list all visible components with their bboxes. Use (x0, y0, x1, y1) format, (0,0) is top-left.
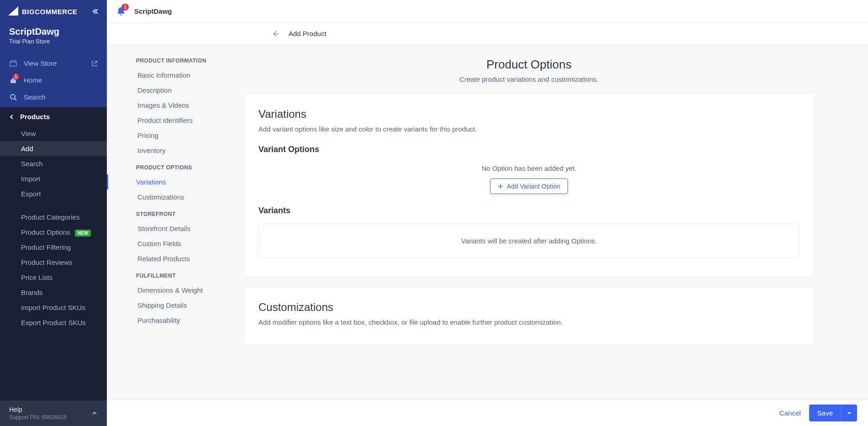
section-title-label: Products (20, 113, 50, 121)
content-area: Product Options Create product variation… (240, 45, 868, 426)
variants-heading: Variants (258, 206, 800, 216)
customizations-desc: Add modifier options like a text box, ch… (258, 318, 800, 326)
bell-badge: 1 (121, 4, 129, 11)
nav-home-label: Home (24, 76, 42, 84)
subnav-product-options[interactable]: Product Options NEW (0, 225, 107, 240)
svg-rect-0 (10, 62, 16, 66)
sidebar: BIGCOMMERCE ScriptDawg Trial Plan Store … (0, 0, 107, 426)
secnav-images-videos[interactable]: Images & Videos (107, 98, 240, 113)
secnav-inventory[interactable]: Inventory (107, 143, 240, 158)
footer-bar: Cancel Save (107, 400, 868, 426)
secnav-group-storefront: STOREFRONT (107, 209, 240, 221)
help-pin: Support PIN: 69826818 (9, 414, 66, 421)
secnav-group-product-info: PRODUCT INFORMATION (107, 56, 240, 68)
secnav-dimensions[interactable]: Dimensions & Weight (107, 283, 240, 298)
subnav-add[interactable]: Add (0, 141, 107, 156)
subnav-export[interactable]: Export (0, 186, 107, 201)
nav-home[interactable]: 1 Home (0, 72, 107, 89)
variations-card: Variations Add variant options like size… (245, 94, 813, 276)
new-badge: NEW (75, 230, 91, 237)
variations-heading: Variations (258, 108, 800, 121)
chevron-up-icon (91, 410, 98, 416)
back-button[interactable] (271, 30, 279, 38)
store-info: ScriptDawg Trial Plan Store (0, 23, 107, 53)
nav-search-label: Search (24, 93, 46, 101)
external-link-icon (91, 60, 98, 67)
save-dropdown-toggle[interactable] (841, 405, 857, 421)
secnav-group-product-options: PRODUCT OPTIONS (107, 163, 240, 174)
add-variant-option-button[interactable]: Add Variant Option (490, 179, 568, 194)
secnav-custom-fields[interactable]: Custom Fields (107, 236, 240, 251)
svg-point-1 (11, 95, 15, 99)
help-footer[interactable]: Help Support PIN: 69826818 (0, 400, 107, 426)
secnav-related-products[interactable]: Related Products (107, 251, 240, 266)
page-subtitle: Create product variations and customizat… (245, 75, 813, 83)
section-products[interactable]: Products (0, 107, 107, 126)
variant-options-heading: Variant Options (258, 145, 800, 154)
subnav-product-filtering[interactable]: Product Filtering (0, 240, 107, 255)
arrow-left-icon (271, 30, 279, 38)
secnav-customizations[interactable]: Customizations (107, 189, 240, 205)
search-icon (9, 94, 17, 101)
subheader: Add Product (107, 23, 868, 45)
home-badge: 1 (13, 74, 19, 80)
subnav-search[interactable]: Search (0, 156, 107, 171)
customizations-card: Customizations Add modifier options like… (245, 287, 813, 344)
variations-desc: Add variant options like size and color … (258, 125, 800, 133)
plus-icon (498, 184, 503, 189)
subnav-export-skus[interactable]: Export Product SKUs (0, 315, 107, 330)
secnav-pricing[interactable]: Pricing (107, 128, 240, 143)
secnav-variations[interactable]: Variations (107, 174, 240, 189)
secondary-nav: PRODUCT INFORMATION Basic Information De… (107, 45, 240, 426)
subnav-price-lists[interactable]: Price Lists (0, 270, 107, 285)
help-label: Help (9, 406, 66, 413)
brand-logo: BIGCOMMERCE (8, 6, 77, 16)
chevron-left-icon (9, 114, 15, 120)
subnav-product-categories[interactable]: Product Categories (0, 210, 107, 225)
notifications-bell[interactable]: 1 (116, 6, 126, 16)
secnav-shipping[interactable]: Shipping Details (107, 298, 240, 313)
secnav-purchasability[interactable]: Purchasability (107, 313, 240, 328)
subnav-view[interactable]: View (0, 126, 107, 141)
subnav-brands[interactable]: Brands (0, 285, 107, 300)
cancel-button[interactable]: Cancel (779, 409, 801, 417)
subnav-product-reviews[interactable]: Product Reviews (0, 255, 107, 270)
save-button-label: Save (809, 405, 841, 421)
store-name: ScriptDawg (9, 26, 98, 37)
caret-down-icon (847, 411, 852, 415)
nav-view-store[interactable]: View Store (0, 55, 107, 72)
store-plan: Trial Plan Store (9, 38, 98, 45)
variants-empty-box: Variants will be created after adding Op… (258, 224, 800, 258)
secnav-description[interactable]: Description (107, 83, 240, 98)
secnav-product-identifiers[interactable]: Product Identifiers (107, 113, 240, 128)
secnav-storefront-details[interactable]: Storefront Details (107, 221, 240, 236)
page-breadcrumb: Add Product (289, 30, 326, 37)
customizations-heading: Customizations (258, 301, 800, 314)
topbar: 1 ScriptDawg (107, 0, 868, 23)
subnav-import[interactable]: Import (0, 171, 107, 186)
secnav-basic-info[interactable]: Basic Information (107, 68, 240, 83)
save-button[interactable]: Save (809, 405, 857, 421)
storefront-icon (9, 60, 17, 67)
nav-search[interactable]: Search (0, 89, 107, 105)
subnav-import-skus[interactable]: Import Product SKUs (0, 300, 107, 315)
page-title: Product Options (245, 58, 813, 72)
no-options-text: No Option has been added yet. (258, 164, 800, 172)
collapse-sidebar-icon[interactable] (91, 8, 99, 15)
topbar-title: ScriptDawg (134, 7, 172, 15)
secnav-group-fulfillment: FULFILLMENT (107, 271, 240, 283)
main: 1 ScriptDawg Add Product PRODUCT INFORMA… (107, 0, 868, 426)
nav-view-store-label: View Store (24, 59, 57, 67)
add-variant-option-label: Add Variant Option (507, 183, 560, 190)
